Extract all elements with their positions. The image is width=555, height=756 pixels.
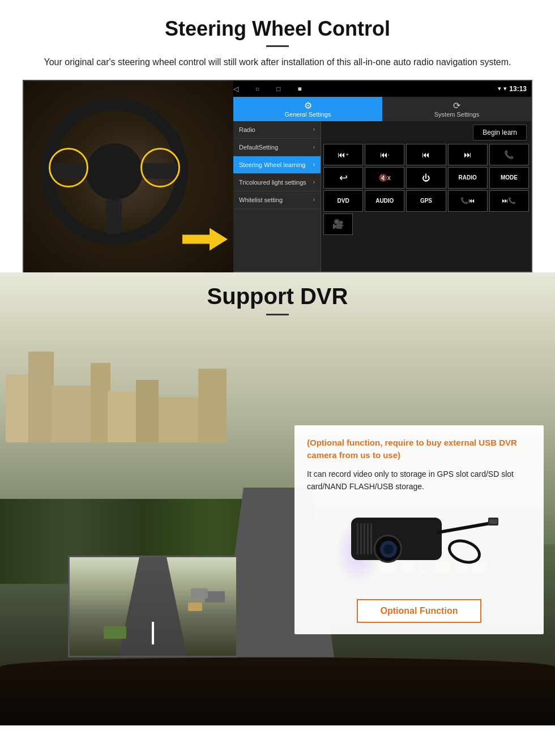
hang-up-button[interactable]: ↩ (323, 167, 363, 189)
section-description: Your original car's steering wheel contr… (34, 55, 521, 70)
back-icon[interactable]: ◁ (233, 85, 238, 93)
settings-item-default[interactable]: DefaultSetting › (233, 139, 321, 156)
controls-row4: 🎥 (323, 213, 529, 235)
vol-down-button[interactable]: ⏮- (365, 144, 404, 165)
next-button[interactable]: ⏭ (448, 144, 488, 165)
steering-wheel-photo (24, 81, 233, 274)
settings-item-whitelist[interactable]: Whitelist setting › (233, 191, 321, 209)
settings-item-tricoloured[interactable]: Tricoloured light settings › (233, 174, 321, 191)
dvr-buildings (0, 318, 333, 442)
chevron-icon: › (313, 144, 315, 150)
vol-up-button[interactable]: ⏮+ (323, 144, 363, 165)
dvr-title-divider (266, 314, 289, 315)
prev-button[interactable]: ⏮ (406, 144, 446, 165)
radio-button[interactable]: RADIO (448, 167, 488, 189)
steering-wheel (41, 98, 188, 245)
begin-learn-button[interactable]: Begin learn (473, 125, 527, 140)
settings-body: Radio › DefaultSetting › Steering Wheel … (233, 121, 531, 271)
settings-item-steering-wheel[interactable]: Steering Wheel learning › (233, 156, 321, 174)
title-divider (266, 45, 289, 47)
dvr-description: It can record video only to storage in G… (307, 468, 531, 493)
wifi-icon: ▾ (503, 85, 507, 92)
left-button-highlight (49, 148, 88, 187)
dvr-camera-image (307, 501, 531, 591)
dvr-optional-text: (Optional function, require to buy exter… (307, 437, 531, 462)
call-next-button[interactable]: ⏭📞 (489, 190, 529, 212)
menu-icon[interactable]: ■ (298, 85, 302, 93)
dvr-button[interactable]: 🎥 (323, 213, 353, 235)
dvr-thumbnail (68, 556, 238, 657)
controls-grid-row2: ↩ 🔇x ⏻ RADIO MODE (323, 167, 529, 189)
home-icon[interactable]: ○ (255, 85, 259, 93)
dvr-info-card: (Optional function, require to buy exter… (294, 425, 544, 635)
recents-icon[interactable]: □ (276, 85, 280, 93)
settings-item-radio[interactable]: Radio › (233, 121, 321, 139)
chevron-icon: › (313, 179, 315, 185)
call-prev-button[interactable]: 📞⏮ (448, 190, 488, 212)
tab-general-settings[interactable]: ⚙ General Settings (233, 97, 382, 121)
dvr-title: Support DVR (0, 284, 555, 309)
swc-demo: ◁ ○ □ ■ ▾ ▾ 13:13 ⚙ General Settings ⟳ (23, 80, 532, 272)
android-panel: ◁ ○ □ ■ ▾ ▾ 13:13 ⚙ General Settings ⟳ (233, 81, 531, 271)
settings-list: Radio › DefaultSetting › Steering Wheel … (233, 121, 321, 271)
controls-panel: Begin learn ⏮+ ⏮- ⏮ ⏭ 📞 ↩ 🔇x ⏻ (321, 121, 531, 271)
controls-grid-row1: ⏮+ ⏮- ⏮ ⏭ 📞 (323, 144, 529, 165)
call-button[interactable]: 📞 (489, 144, 529, 165)
dvd-button[interactable]: DVD (323, 190, 363, 212)
tab-system-settings[interactable]: ⟳ System Settings (382, 97, 531, 121)
chevron-icon: › (313, 197, 315, 203)
time-display: 13:13 (509, 85, 527, 93)
settings-tabs: ⚙ General Settings ⟳ System Settings (233, 97, 531, 121)
general-settings-icon: ⚙ (238, 100, 378, 111)
arrow-indicator (182, 228, 228, 251)
power-button[interactable]: ⏻ (406, 167, 446, 189)
chevron-icon: › (313, 161, 315, 168)
system-settings-icon: ⟳ (387, 100, 527, 111)
mute-button[interactable]: 🔇x (365, 167, 404, 189)
signal-icon: ▾ (498, 85, 501, 92)
mode-button[interactable]: MODE (489, 167, 529, 189)
steering-wheel-section: Steering Wheel Control Your original car… (0, 0, 555, 272)
dvr-title-area: Support DVR (0, 284, 555, 315)
page-title: Steering Wheel Control (23, 17, 532, 41)
audio-button[interactable]: AUDIO (365, 190, 404, 212)
gps-button[interactable]: GPS (406, 190, 446, 212)
chevron-icon: › (313, 126, 315, 133)
right-button-highlight (140, 148, 180, 187)
optional-function-button[interactable]: Optional Function (357, 599, 481, 623)
controls-grid-row3: DVD AUDIO GPS 📞⏮ ⏭📞 (323, 190, 529, 212)
dvr-section: Support DVR (Optional function, require … (0, 272, 555, 725)
nav-bar: ◁ ○ □ ■ ▾ ▾ 13:13 (233, 81, 531, 97)
dvr-dashboard (0, 657, 555, 725)
